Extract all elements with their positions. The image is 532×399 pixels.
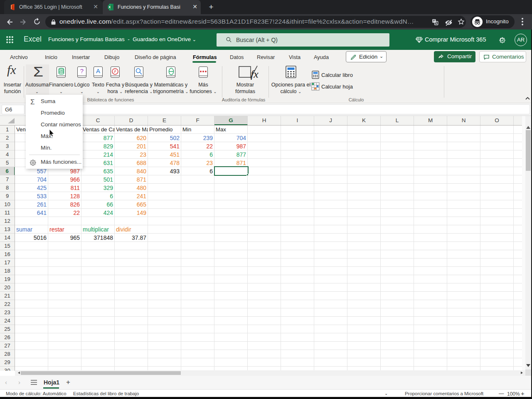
svg-text:fx: fx <box>251 68 259 80</box>
svg-text:X: X <box>108 5 111 9</box>
